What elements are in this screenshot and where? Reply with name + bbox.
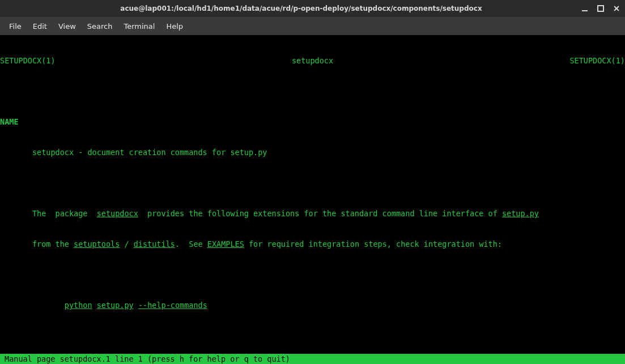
- status-text: Manual page setupdocx.1 line 1 (press h …: [5, 354, 290, 363]
- maximize-icon[interactable]: [597, 5, 605, 12]
- minimize-icon[interactable]: [581, 5, 589, 12]
- svg-rect-0: [582, 10, 588, 11]
- link-setup-py: setup.py: [502, 209, 539, 218]
- menu-view[interactable]: View: [54, 20, 80, 33]
- menu-edit[interactable]: Edit: [28, 20, 52, 33]
- window-titlebar: acue@lap001:/local/hd1/home1/data/acue/r…: [0, 0, 625, 17]
- cmd-python: python: [65, 301, 92, 310]
- close-icon[interactable]: [613, 5, 620, 12]
- svg-rect-1: [598, 6, 603, 11]
- name-line: setupdocx - document creation commands f…: [0, 147, 625, 157]
- menu-terminal[interactable]: Terminal: [119, 20, 159, 33]
- menu-bar: File Edit View Search Terminal Help: [0, 17, 625, 35]
- link-distutils: distutils: [134, 239, 175, 249]
- man-status-line: Manual page setupdocx.1 line 1 (press h …: [0, 354, 625, 364]
- menu-file[interactable]: File: [5, 20, 26, 33]
- link-setupdocx: setupdocx: [97, 209, 138, 218]
- window-controls: [581, 5, 620, 12]
- cmd-help-commands: --help-commands: [138, 301, 207, 310]
- window-title: acue@lap001:/local/hd1/home1/data/acue/r…: [22, 5, 581, 12]
- cmd-setup-py: setup.py: [97, 301, 134, 310]
- menu-search[interactable]: Search: [83, 20, 117, 33]
- section-name: NAME: [0, 117, 625, 127]
- man-header-right: SETUPDOCX(1): [569, 55, 625, 66]
- link-examples: EXAMPLES: [207, 239, 244, 249]
- man-header-left: SETUPDOCX(1): [0, 55, 56, 66]
- menu-help[interactable]: Help: [161, 20, 188, 33]
- terminal-content[interactable]: SETUPDOCX(1) setupdocx SETUPDOCX(1) NAME…: [0, 35, 625, 354]
- link-setuptools: setuptools: [74, 239, 120, 249]
- man-header-center: setupdocx: [56, 55, 570, 66]
